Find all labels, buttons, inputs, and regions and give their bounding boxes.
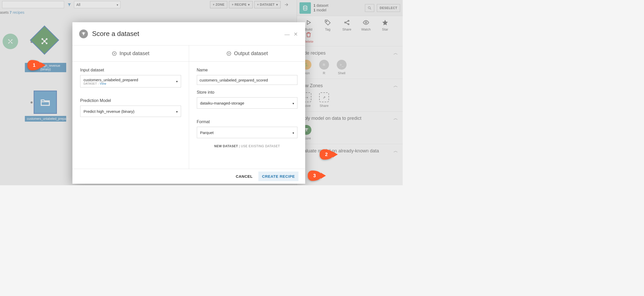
top-buttons: + ZONE + RECIPE + DATASET	[210, 1, 281, 8]
cancel-button[interactable]: CANCEL	[236, 174, 253, 179]
flow-zones-section: low Zones ︿ ⇢Move ⇗Share	[297, 79, 403, 112]
panel-search-button[interactable]	[365, 4, 374, 12]
r-recipe-button[interactable]: RR	[319, 60, 329, 75]
store-into-label: Store into	[197, 90, 298, 95]
svg-point-7	[368, 6, 370, 9]
caret-down-icon	[176, 79, 178, 83]
caret-down-icon	[293, 101, 294, 105]
flow-counts-bar: asets 7 recipes	[0, 10, 24, 14]
caret-down-icon	[117, 3, 118, 7]
caret-down-icon	[248, 3, 250, 6]
svg-point-9	[345, 22, 346, 23]
ml-train-node[interactable]	[3, 34, 18, 49]
shell-icon: >_	[337, 60, 347, 70]
chevron-up-icon: ︿	[393, 115, 398, 121]
output-name-input[interactable]	[197, 75, 298, 85]
code-recipes-section: ode recipes ︿ 🐍thon RR >_Shell	[297, 46, 403, 79]
caret-down-icon	[276, 3, 278, 6]
trophy-icon	[79, 29, 88, 38]
model-icon	[34, 31, 55, 51]
svg-point-12	[365, 22, 367, 24]
format-select[interactable]: Parquet	[197, 127, 298, 138]
input-dataset-label: Input dataset	[80, 68, 181, 72]
view-dataset-link[interactable]: View	[100, 82, 106, 85]
panel-header: 1 dataset 1 model DESELECT	[297, 0, 403, 16]
output-column: Output dataset Name Store into dataiku-m…	[189, 46, 305, 169]
dataset-folder-node[interactable]	[34, 91, 57, 114]
format-label: Format	[197, 120, 298, 124]
chevron-up-icon: ︿	[393, 50, 398, 56]
evaluate-model-section: valuate model on already-known data ︿	[297, 144, 403, 158]
filter-dropdown[interactable]: All	[74, 1, 121, 8]
share-action[interactable]: Share	[337, 19, 356, 31]
svg-point-8	[326, 21, 327, 22]
filter-value: All	[76, 3, 80, 7]
dataset-node-label: customers_unlabeled_prepared	[25, 116, 66, 122]
prediction-model-select[interactable]: Predict high_revenue (binary)	[80, 106, 181, 117]
output-column-header: Output dataset	[189, 46, 305, 62]
flow-zones-header[interactable]: low Zones ︿	[302, 83, 398, 89]
close-button[interactable]: ✕	[294, 31, 298, 37]
add-dataset-button[interactable]: + DATASET	[254, 1, 281, 8]
apply-model-section: pply model on data to predict ︿ Score	[297, 112, 403, 144]
filter-icon[interactable]	[66, 1, 72, 8]
svg-point-10	[348, 20, 349, 21]
share-zone-icon: ⇗	[319, 92, 329, 102]
input-column-header: Input dataset	[72, 46, 189, 62]
input-column: Input dataset Input dataset customers_un…	[72, 46, 189, 169]
share-zone-button[interactable]: ⇗Share	[319, 92, 329, 108]
edge-connector	[31, 101, 33, 103]
add-recipe-button[interactable]: + RECIPE	[229, 1, 253, 8]
panel-toggle-icon[interactable]	[284, 2, 289, 8]
input-dataset-select[interactable]: customers_unlabeled_prepared DATASET - V…	[80, 75, 181, 87]
chevron-up-icon: ︿	[393, 83, 398, 89]
svg-point-14	[227, 51, 231, 55]
panel-actions-row: Build Tag Share Watch Star Delete	[297, 16, 403, 46]
star-action[interactable]: Star	[376, 19, 395, 31]
evaluate-model-header[interactable]: valuate model on already-known data ︿	[302, 148, 398, 154]
modal-footer: CANCEL CREATE RECIPE	[72, 169, 305, 184]
modal-header: Score a dataset — ✕	[72, 22, 305, 46]
flow-search-input[interactable]	[2, 1, 64, 8]
minimize-button[interactable]: —	[284, 32, 290, 38]
tag-action[interactable]: Tag	[318, 19, 337, 31]
add-zone-button[interactable]: + ZONE	[210, 1, 227, 8]
new-or-existing-toggle[interactable]: NEW DATASET | USE EXISTING DATASET	[197, 144, 298, 148]
watch-action[interactable]: Watch	[356, 19, 376, 31]
store-into-select[interactable]: dataiku-managed-storage	[197, 97, 298, 109]
svg-point-6	[303, 6, 307, 7]
caret-down-icon	[176, 109, 178, 114]
selection-icon	[299, 2, 311, 14]
output-name-label: Name	[197, 68, 298, 72]
svg-point-13	[112, 51, 116, 55]
selection-counts: 1 dataset 1 model	[313, 3, 328, 12]
caret-down-icon	[293, 130, 294, 135]
svg-point-11	[348, 24, 349, 25]
shell-recipe-button[interactable]: >_Shell	[337, 60, 347, 75]
modal-body: Input dataset Input dataset customers_un…	[72, 46, 305, 169]
right-details-panel: 1 dataset 1 model DESELECT Build Tag Sha…	[297, 0, 403, 185]
chevron-up-icon: ︿	[393, 148, 398, 154]
r-icon: R	[319, 60, 329, 70]
code-recipes-header[interactable]: ode recipes ︿	[302, 50, 398, 56]
svg-point-0	[10, 41, 11, 42]
predict-model-node[interactable]	[30, 25, 59, 55]
apply-model-header[interactable]: pply model on data to predict ︿	[302, 115, 398, 121]
create-recipe-button[interactable]: CREATE RECIPE	[258, 172, 298, 181]
deselect-button[interactable]: DESELECT	[377, 4, 400, 12]
score-dataset-modal: Score a dataset — ✕ Input dataset Input …	[72, 22, 305, 184]
prediction-model-label: Prediction Model	[80, 98, 181, 103]
modal-title: Score a dataset	[92, 30, 139, 38]
